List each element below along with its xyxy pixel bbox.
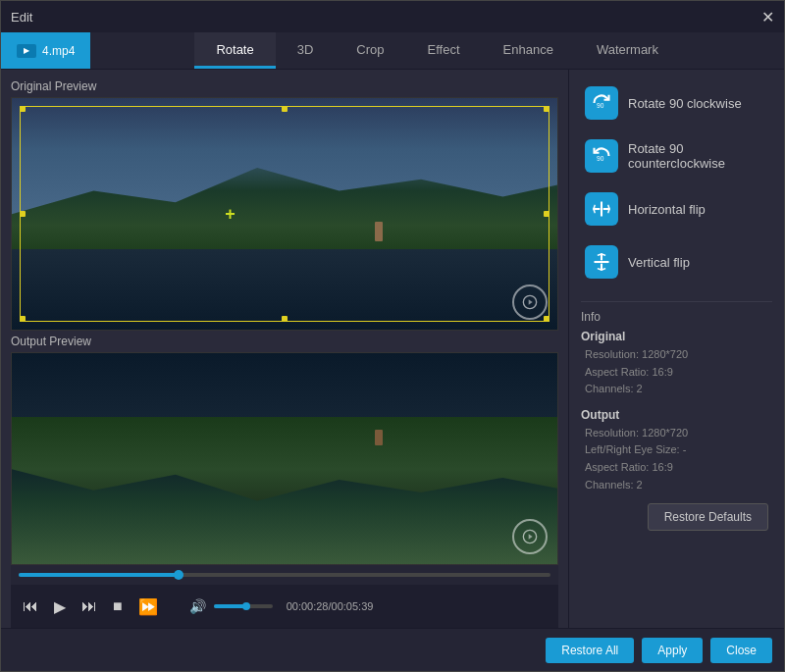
tab-crop[interactable]: Crop bbox=[335, 32, 405, 69]
next-frame-button[interactable]: ⏩ bbox=[134, 595, 162, 618]
output-preview-image bbox=[12, 353, 557, 564]
volume-thumb[interactable] bbox=[242, 602, 250, 610]
stop-button[interactable]: ■ bbox=[109, 595, 127, 617]
tab-enhance[interactable]: Enhance bbox=[482, 32, 575, 69]
bottom-buttons: Restore All Apply Close bbox=[1, 628, 784, 671]
timeline-thumb[interactable] bbox=[174, 570, 183, 580]
flip-h-icon bbox=[585, 192, 618, 226]
volume-icon: 🔊 bbox=[189, 598, 206, 614]
info-section: Info Original Resolution: 1280*720 Aspec… bbox=[581, 301, 772, 531]
titlebar: Edit ✕ bbox=[1, 1, 784, 32]
output-preview-frame bbox=[11, 352, 558, 565]
output-play-overlay[interactable] bbox=[512, 519, 548, 554]
tab-3d[interactable]: 3D bbox=[276, 32, 336, 69]
orig-water bbox=[12, 249, 557, 331]
info-original-resolution: Resolution: 1280*720 bbox=[581, 346, 772, 364]
crosshair: + bbox=[225, 204, 236, 225]
timeline-bar bbox=[11, 565, 558, 585]
rotate-cw-label: Rotate 90 clockwise bbox=[628, 96, 742, 111]
info-original-channels: Channels: 2 bbox=[581, 381, 772, 398]
info-original-group: Original Resolution: 1280*720 Aspect Rat… bbox=[581, 330, 772, 398]
flip-v-label: Vertical flip bbox=[628, 255, 690, 270]
preview-area: Original Preview bbox=[1, 70, 568, 628]
info-original-title: Original bbox=[581, 330, 772, 343]
rotate-cw-button[interactable]: 90 Rotate 90 clockwise bbox=[581, 81, 772, 125]
original-preview-frame: + bbox=[11, 97, 558, 331]
window-title: Edit bbox=[11, 10, 32, 25]
controls-bar: ⏮ ▶ ⏭ ■ ⏩ 🔊 00:00:28/00:05:39 bbox=[11, 585, 558, 628]
rotate-ccw-button[interactable]: 90 Rotate 90 counterclockwise bbox=[581, 134, 772, 178]
svg-text:90: 90 bbox=[597, 155, 604, 162]
original-preview-label: Original Preview bbox=[11, 79, 558, 93]
original-play-overlay[interactable] bbox=[512, 284, 548, 320]
close-window-button[interactable]: ✕ bbox=[761, 8, 774, 26]
file-icon: ▶ bbox=[17, 44, 36, 58]
rotate-cw-icon: 90 bbox=[585, 86, 618, 120]
apply-button[interactable]: Apply bbox=[642, 638, 703, 663]
info-output-group: Output Resolution: 1280*720 Left/Right E… bbox=[581, 408, 772, 493]
info-output-channels: Channels: 2 bbox=[581, 477, 772, 494]
output-preview-label: Output Preview bbox=[11, 335, 558, 348]
volume-track[interactable] bbox=[214, 604, 273, 608]
edit-window: Edit ✕ ▶ 4.mp4 Rotate 3D Crop Effect Enh… bbox=[0, 0, 785, 672]
file-tab[interactable]: ▶ 4.mp4 bbox=[1, 32, 90, 69]
timeline-fill bbox=[19, 573, 179, 577]
skip-forward-button[interactable]: ⏭ bbox=[78, 595, 101, 617]
close-button[interactable]: Close bbox=[710, 638, 772, 663]
file-tab-label: 4.mp4 bbox=[42, 44, 75, 58]
restore-defaults-button[interactable]: Restore Defaults bbox=[648, 503, 768, 531]
svg-text:90: 90 bbox=[597, 102, 604, 109]
restore-all-button[interactable]: Restore All bbox=[546, 638, 634, 663]
flip-h-label: Horizontal flip bbox=[628, 202, 706, 217]
info-output-resolution: Resolution: 1280*720 bbox=[581, 425, 772, 442]
info-output-title: Output bbox=[581, 408, 772, 422]
info-title: Info bbox=[581, 310, 772, 324]
orig-figure bbox=[375, 222, 383, 241]
flip-v-icon bbox=[585, 245, 618, 279]
rotate-ccw-icon: 90 bbox=[585, 139, 618, 173]
main-content: Original Preview bbox=[1, 70, 784, 628]
tab-effect[interactable]: Effect bbox=[406, 32, 482, 69]
play-button[interactable]: ▶ bbox=[50, 595, 70, 618]
tab-rotate[interactable]: Rotate bbox=[194, 32, 275, 69]
info-original-aspect: Aspect Ratio: 16:9 bbox=[581, 364, 772, 382]
tab-watermark[interactable]: Watermark bbox=[575, 32, 680, 69]
flip-v-button[interactable]: Vertical flip bbox=[581, 240, 772, 284]
restore-defaults-area: Restore Defaults bbox=[581, 503, 772, 531]
out-figure bbox=[375, 430, 383, 445]
tab-bar: ▶ 4.mp4 Rotate 3D Crop Effect Enhance Wa… bbox=[1, 32, 784, 70]
info-output-lr-eye: Left/Right Eye Size: - bbox=[581, 441, 772, 459]
out-mountain bbox=[12, 417, 557, 522]
time-display: 00:00:28/00:05:39 bbox=[287, 600, 374, 612]
original-preview-image bbox=[12, 98, 557, 330]
right-panel: 90 Rotate 90 clockwise 90 Rotate 90 coun… bbox=[568, 70, 784, 628]
rotate-ccw-label: Rotate 90 counterclockwise bbox=[628, 141, 768, 171]
flip-h-button[interactable]: Horizontal flip bbox=[581, 187, 772, 231]
info-output-aspect: Aspect Ratio: 16:9 bbox=[581, 459, 772, 477]
skip-start-button[interactable]: ⏮ bbox=[19, 595, 42, 617]
tabs-container: Rotate 3D Crop Effect Enhance Watermark bbox=[90, 32, 784, 69]
timeline-track[interactable] bbox=[19, 573, 550, 577]
